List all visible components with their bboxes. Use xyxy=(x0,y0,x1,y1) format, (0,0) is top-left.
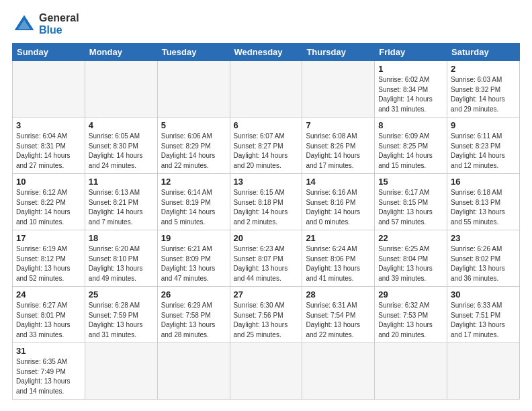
calendar-cell xyxy=(13,61,85,118)
calendar-cell: 3Sunrise: 6:04 AM Sunset: 8:31 PM Daylig… xyxy=(13,118,85,174)
calendar-cell xyxy=(447,343,520,400)
day-number: 19 xyxy=(161,233,226,243)
day-number: 20 xyxy=(234,233,299,243)
day-number: 23 xyxy=(451,233,516,243)
weekday-header-thursday: Thursday xyxy=(302,44,375,61)
calendar-cell: 15Sunrise: 6:17 AM Sunset: 8:15 PM Dayli… xyxy=(375,174,447,230)
day-number: 8 xyxy=(378,120,443,130)
day-info: Sunrise: 6:20 AM Sunset: 8:10 PM Dayligh… xyxy=(89,244,154,283)
day-info: Sunrise: 6:29 AM Sunset: 7:58 PM Dayligh… xyxy=(161,301,226,340)
day-info: Sunrise: 6:14 AM Sunset: 8:19 PM Dayligh… xyxy=(161,188,226,227)
logo-icon xyxy=(12,12,36,36)
calendar-cell: 28Sunrise: 6:31 AM Sunset: 7:54 PM Dayli… xyxy=(302,287,375,343)
calendar-week-row: 1Sunrise: 6:02 AM Sunset: 8:34 PM Daylig… xyxy=(13,61,520,118)
calendar-cell: 18Sunrise: 6:20 AM Sunset: 8:10 PM Dayli… xyxy=(85,230,157,287)
day-number: 1 xyxy=(378,64,443,74)
weekday-header-monday: Monday xyxy=(85,44,157,61)
calendar-cell: 26Sunrise: 6:29 AM Sunset: 7:58 PM Dayli… xyxy=(157,287,230,343)
calendar-cell: 12Sunrise: 6:14 AM Sunset: 8:19 PM Dayli… xyxy=(157,174,230,230)
day-info: Sunrise: 6:21 AM Sunset: 8:09 PM Dayligh… xyxy=(161,244,226,283)
calendar-cell xyxy=(85,61,157,118)
calendar-cell: 22Sunrise: 6:25 AM Sunset: 8:04 PM Dayli… xyxy=(375,230,447,287)
day-number: 27 xyxy=(234,289,299,300)
day-number: 4 xyxy=(89,120,154,130)
calendar-cell: 1Sunrise: 6:02 AM Sunset: 8:34 PM Daylig… xyxy=(375,61,447,118)
calendar-cell: 16Sunrise: 6:18 AM Sunset: 8:13 PM Dayli… xyxy=(447,174,520,230)
calendar-cell: 4Sunrise: 6:05 AM Sunset: 8:30 PM Daylig… xyxy=(85,118,157,174)
calendar-cell: 20Sunrise: 6:23 AM Sunset: 8:07 PM Dayli… xyxy=(230,230,302,287)
calendar-week-row: 31Sunrise: 6:35 AM Sunset: 7:49 PM Dayli… xyxy=(13,343,520,400)
weekday-header-tuesday: Tuesday xyxy=(157,44,230,61)
calendar-cell: 14Sunrise: 6:16 AM Sunset: 8:16 PM Dayli… xyxy=(302,174,375,230)
day-number: 11 xyxy=(89,177,154,187)
calendar-cell: 7Sunrise: 6:08 AM Sunset: 8:26 PM Daylig… xyxy=(302,118,375,174)
day-number: 12 xyxy=(161,177,226,187)
header: General Blue xyxy=(12,12,520,36)
calendar-cell xyxy=(375,343,447,400)
calendar-cell xyxy=(302,343,375,400)
day-number: 22 xyxy=(378,233,443,243)
calendar-cell: 31Sunrise: 6:35 AM Sunset: 7:49 PM Dayli… xyxy=(13,343,85,400)
day-info: Sunrise: 6:31 AM Sunset: 7:54 PM Dayligh… xyxy=(306,301,371,340)
calendar-cell: 23Sunrise: 6:26 AM Sunset: 8:02 PM Dayli… xyxy=(447,230,520,287)
day-number: 9 xyxy=(451,120,516,130)
calendar-cell: 9Sunrise: 6:11 AM Sunset: 8:23 PM Daylig… xyxy=(447,118,520,174)
calendar-week-row: 10Sunrise: 6:12 AM Sunset: 8:22 PM Dayli… xyxy=(13,174,520,230)
day-number: 14 xyxy=(306,177,371,187)
day-info: Sunrise: 6:33 AM Sunset: 7:51 PM Dayligh… xyxy=(451,301,516,340)
day-number: 28 xyxy=(306,289,371,300)
calendar-week-row: 3Sunrise: 6:04 AM Sunset: 8:31 PM Daylig… xyxy=(13,118,520,174)
day-info: Sunrise: 6:19 AM Sunset: 8:12 PM Dayligh… xyxy=(16,244,81,283)
day-number: 3 xyxy=(16,120,81,130)
day-info: Sunrise: 6:32 AM Sunset: 7:53 PM Dayligh… xyxy=(378,301,443,340)
day-info: Sunrise: 6:17 AM Sunset: 8:15 PM Dayligh… xyxy=(378,188,443,227)
calendar-cell xyxy=(157,343,230,400)
day-number: 10 xyxy=(16,177,81,187)
calendar: SundayMondayTuesdayWednesdayThursdayFrid… xyxy=(12,43,520,400)
day-info: Sunrise: 6:13 AM Sunset: 8:21 PM Dayligh… xyxy=(89,188,154,227)
day-info: Sunrise: 6:18 AM Sunset: 8:13 PM Dayligh… xyxy=(451,188,516,227)
weekday-header-wednesday: Wednesday xyxy=(230,44,302,61)
day-number: 2 xyxy=(451,64,516,74)
day-info: Sunrise: 6:24 AM Sunset: 8:06 PM Dayligh… xyxy=(306,244,371,283)
day-number: 29 xyxy=(378,289,443,300)
calendar-cell xyxy=(302,61,375,118)
day-number: 16 xyxy=(451,177,516,187)
calendar-cell: 27Sunrise: 6:30 AM Sunset: 7:56 PM Dayli… xyxy=(230,287,302,343)
day-info: Sunrise: 6:25 AM Sunset: 8:04 PM Dayligh… xyxy=(378,244,443,283)
day-number: 13 xyxy=(234,177,299,187)
weekday-header-sunday: Sunday xyxy=(13,44,85,61)
page: General Blue SundayMondayTuesdayWednesda… xyxy=(0,0,532,411)
day-info: Sunrise: 6:07 AM Sunset: 8:27 PM Dayligh… xyxy=(234,132,299,171)
calendar-cell xyxy=(85,343,157,400)
day-number: 17 xyxy=(16,233,81,243)
weekday-header-row: SundayMondayTuesdayWednesdayThursdayFrid… xyxy=(13,44,520,61)
calendar-cell: 25Sunrise: 6:28 AM Sunset: 7:59 PM Dayli… xyxy=(85,287,157,343)
calendar-cell: 13Sunrise: 6:15 AM Sunset: 8:18 PM Dayli… xyxy=(230,174,302,230)
day-info: Sunrise: 6:28 AM Sunset: 7:59 PM Dayligh… xyxy=(89,301,154,340)
day-number: 26 xyxy=(161,289,226,300)
calendar-cell: 17Sunrise: 6:19 AM Sunset: 8:12 PM Dayli… xyxy=(13,230,85,287)
calendar-cell xyxy=(230,343,302,400)
calendar-cell: 29Sunrise: 6:32 AM Sunset: 7:53 PM Dayli… xyxy=(375,287,447,343)
day-info: Sunrise: 6:27 AM Sunset: 8:01 PM Dayligh… xyxy=(16,301,81,340)
logo-text: General Blue xyxy=(39,12,79,36)
day-info: Sunrise: 6:09 AM Sunset: 8:25 PM Dayligh… xyxy=(378,132,443,171)
calendar-cell: 11Sunrise: 6:13 AM Sunset: 8:21 PM Dayli… xyxy=(85,174,157,230)
calendar-cell xyxy=(230,61,302,118)
day-info: Sunrise: 6:26 AM Sunset: 8:02 PM Dayligh… xyxy=(451,244,516,283)
day-info: Sunrise: 6:15 AM Sunset: 8:18 PM Dayligh… xyxy=(234,188,299,227)
day-number: 25 xyxy=(89,289,154,300)
day-info: Sunrise: 6:05 AM Sunset: 8:30 PM Dayligh… xyxy=(89,132,154,171)
day-number: 5 xyxy=(161,120,226,130)
day-info: Sunrise: 6:06 AM Sunset: 8:29 PM Dayligh… xyxy=(161,132,226,171)
day-info: Sunrise: 6:11 AM Sunset: 8:23 PM Dayligh… xyxy=(451,132,516,171)
calendar-cell xyxy=(157,61,230,118)
day-info: Sunrise: 6:12 AM Sunset: 8:22 PM Dayligh… xyxy=(16,188,81,227)
day-info: Sunrise: 6:23 AM Sunset: 8:07 PM Dayligh… xyxy=(234,244,299,283)
calendar-cell: 30Sunrise: 6:33 AM Sunset: 7:51 PM Dayli… xyxy=(447,287,520,343)
calendar-week-row: 24Sunrise: 6:27 AM Sunset: 8:01 PM Dayli… xyxy=(13,287,520,343)
calendar-cell: 8Sunrise: 6:09 AM Sunset: 8:25 PM Daylig… xyxy=(375,118,447,174)
calendar-cell: 5Sunrise: 6:06 AM Sunset: 8:29 PM Daylig… xyxy=(157,118,230,174)
day-info: Sunrise: 6:16 AM Sunset: 8:16 PM Dayligh… xyxy=(306,188,371,227)
